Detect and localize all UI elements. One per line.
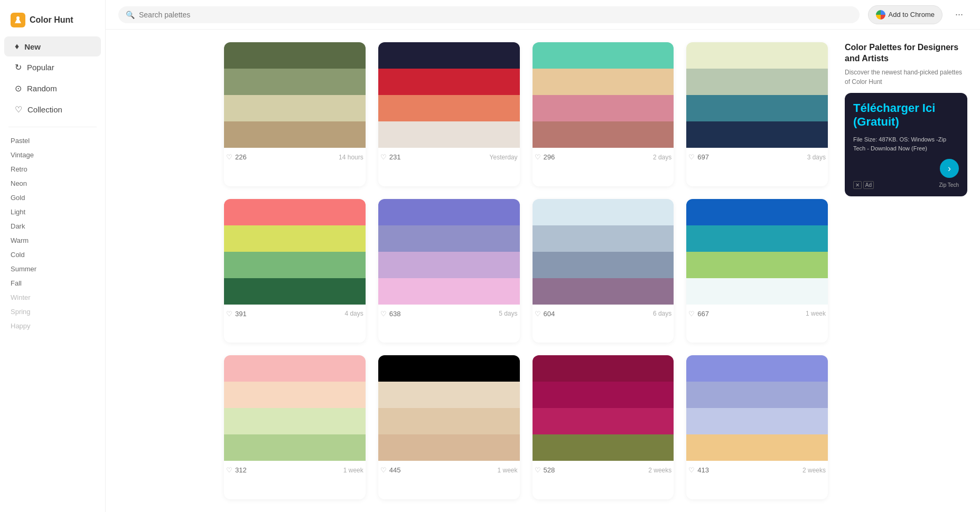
palette-time: 1 week (497, 467, 517, 474)
heart-icon: ♡ (535, 466, 541, 474)
color-strip (533, 42, 674, 69)
tag-happy[interactable]: Happy (0, 319, 105, 333)
tag-gold[interactable]: Gold (0, 191, 105, 205)
palette-time: 14 hours (339, 154, 363, 161)
palette-likes[interactable]: ♡ 604 (535, 310, 555, 318)
color-strip (224, 382, 366, 408)
sidebar-item-collection[interactable]: ♡ Collection (4, 99, 101, 120)
more-options-button[interactable]: ··· (951, 7, 967, 22)
promo-title: Color Palettes for Designers and Artists (845, 42, 967, 64)
palette-card[interactable]: ♡ 445 1 week (378, 355, 520, 499)
palette-footer: ♡ 231 Yesterday (378, 148, 520, 163)
nav-list: ♦ New↻ Popular⊙ Random♡ Collection (0, 36, 105, 120)
ad-title: Télécharger Ici (Gratuit) (853, 101, 959, 129)
tag-dark[interactable]: Dark (0, 219, 105, 233)
palette-card[interactable]: ♡ 391 4 days (224, 199, 366, 343)
palette-footer: ♡ 413 2 weeks (686, 461, 828, 476)
likes-count: 226 (235, 153, 247, 161)
palette-likes[interactable]: ♡ 697 (688, 153, 709, 161)
search-bar[interactable]: 🔍 (118, 6, 860, 23)
tag-cold[interactable]: Cold (0, 248, 105, 262)
logo-text: Color Hunt (30, 15, 73, 25)
color-strip (533, 121, 674, 148)
color-strip (378, 69, 520, 95)
color-strip (378, 121, 520, 148)
color-strip (224, 69, 366, 95)
sidebar-item-new[interactable]: ♦ New (4, 36, 101, 56)
palette-likes[interactable]: ♡ 391 (226, 310, 247, 318)
palette-card[interactable]: ♡ 231 Yesterday (378, 42, 520, 186)
palette-likes[interactable]: ♡ 413 (688, 466, 709, 474)
palette-likes[interactable]: ♡ 296 (535, 153, 555, 161)
palette-card[interactable]: ♡ 312 1 week (224, 355, 366, 499)
promo-block: Color Palettes for Designers and Artists… (845, 42, 967, 87)
palette-likes[interactable]: ♡ 231 (380, 153, 401, 161)
palette-footer: ♡ 638 5 days (378, 305, 520, 320)
palette-time: 2 weeks (648, 467, 671, 474)
palette-card[interactable]: ♡ 413 2 weeks (686, 355, 828, 499)
tag-retro[interactable]: Retro (0, 162, 105, 176)
sidebar-item-random[interactable]: ⊙ Random (4, 78, 101, 99)
palette-likes[interactable]: ♡ 667 (688, 310, 709, 318)
color-strip (224, 121, 366, 148)
popular-nav-icon: ↻ (15, 62, 22, 72)
ad-footer: ✕ Ad Zip Tech (853, 182, 959, 188)
color-strip (686, 42, 828, 69)
color-strip (686, 252, 828, 278)
tag-warm[interactable]: Warm (0, 233, 105, 248)
ad-desc: File Size: 487KB. OS: Windows -Zip Tech … (853, 135, 959, 153)
search-input[interactable] (139, 11, 852, 19)
ad-cta-button[interactable]: › (940, 159, 959, 178)
color-strip (686, 408, 828, 434)
palette-card[interactable]: ♡ 528 2 weeks (533, 355, 674, 499)
palette-footer: ♡ 697 3 days (686, 148, 828, 163)
palette-card[interactable]: ♡ 667 1 week (686, 199, 828, 343)
likes-count: 638 (389, 310, 401, 318)
tag-fall[interactable]: Fall (0, 276, 105, 290)
sidebar-item-popular[interactable]: ↻ Popular (4, 57, 101, 78)
tag-light[interactable]: Light (0, 205, 105, 219)
heart-icon: ♡ (535, 153, 541, 161)
palette-time: 6 days (653, 310, 671, 317)
logo-link[interactable]: Color Hunt (0, 8, 105, 36)
palette-card[interactable]: ♡ 638 5 days (378, 199, 520, 343)
heart-icon: ♡ (226, 153, 232, 161)
palette-card[interactable]: ♡ 604 6 days (533, 199, 674, 343)
tag-summer[interactable]: Summer (0, 262, 105, 276)
ad-x-badge[interactable]: ✕ (853, 181, 862, 189)
tag-pastel[interactable]: Pastel (0, 134, 105, 148)
palette-likes[interactable]: ♡ 445 (380, 466, 401, 474)
add-chrome-button[interactable]: Add to Chrome (868, 5, 942, 24)
heart-icon: ♡ (688, 310, 695, 318)
ad-card[interactable]: Télécharger Ici (Gratuit) File Size: 487… (845, 93, 967, 197)
svg-point-1 (16, 16, 20, 20)
likes-count: 528 (544, 466, 555, 474)
tag-spring[interactable]: Spring (0, 305, 105, 319)
palette-likes[interactable]: ♡ 226 (226, 153, 247, 161)
sidebar: Color Hunt ♦ New↻ Popular⊙ Random♡ Colle… (0, 0, 106, 512)
likes-count: 231 (389, 153, 401, 161)
new-nav-label: New (24, 42, 41, 51)
random-nav-label: Random (27, 84, 57, 93)
tag-vintage[interactable]: Vintage (0, 148, 105, 162)
promo-desc: Discover the newest hand-picked palettes… (845, 68, 967, 87)
color-strip (686, 355, 828, 382)
chrome-icon (876, 10, 885, 20)
color-strip (378, 252, 520, 278)
palette-likes[interactable]: ♡ 638 (380, 310, 401, 318)
color-strip (224, 199, 366, 225)
palette-likes[interactable]: ♡ 312 (226, 466, 247, 474)
color-strip (533, 225, 674, 252)
palette-card[interactable]: ♡ 697 3 days (686, 42, 828, 186)
palette-card[interactable]: ♡ 296 2 days (533, 42, 674, 186)
color-strip (224, 355, 366, 382)
palette-likes[interactable]: ♡ 528 (535, 466, 555, 474)
tag-neon[interactable]: Neon (0, 176, 105, 191)
color-strip (533, 278, 674, 305)
tag-winter[interactable]: Winter (0, 290, 105, 305)
color-strip (378, 408, 520, 434)
palette-footer: ♡ 528 2 weeks (533, 461, 674, 476)
color-strip (224, 42, 366, 69)
palette-card[interactable]: ♡ 226 14 hours (224, 42, 366, 186)
add-chrome-label: Add to Chrome (889, 11, 935, 18)
